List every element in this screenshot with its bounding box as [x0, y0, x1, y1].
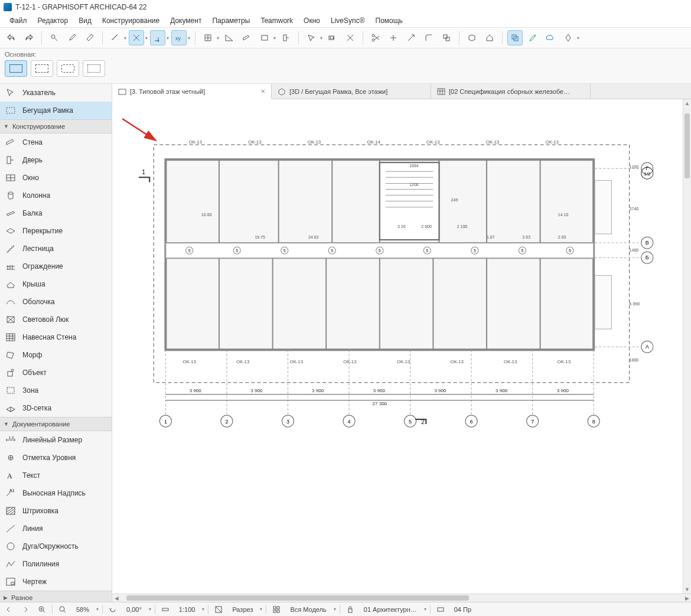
- eyedropper-button[interactable]: [64, 30, 80, 45]
- tool-стена[interactable]: Стена: [0, 133, 112, 151]
- tool-текст[interactable]: AТекст: [0, 467, 112, 484]
- marquee-mode-poly[interactable]: [57, 60, 79, 77]
- brush-button[interactable]: [525, 30, 540, 45]
- scroll-track[interactable]: [683, 107, 691, 585]
- tool-полилиния[interactable]: Полилиния: [0, 555, 112, 573]
- dropdown-icon[interactable]: ▾: [96, 607, 99, 612]
- menu-options[interactable]: Параметры: [207, 15, 255, 26]
- dropdown-icon[interactable]: ▾: [334, 607, 336, 612]
- syringe-button[interactable]: [82, 30, 97, 45]
- marquee-mode-solid[interactable]: [5, 60, 27, 77]
- snap-xy-button[interactable]: xy: [171, 30, 187, 45]
- tool-дверь[interactable]: Дверь: [0, 151, 112, 169]
- zoom-value[interactable]: 58%: [73, 606, 93, 613]
- rotate-button[interactable]: [106, 604, 119, 615]
- tool-перекрытие[interactable]: Перекрытие: [0, 222, 112, 240]
- tool-оболочка[interactable]: Оболочка: [0, 293, 112, 311]
- tool-световой-люк[interactable]: Световой Люк: [0, 311, 112, 328]
- tool-3d-сетка[interactable]: 3D-сетка: [0, 399, 112, 417]
- arrow-tool[interactable]: Указатель: [0, 84, 112, 102]
- pick-button[interactable]: [47, 30, 62, 45]
- sheet-value[interactable]: 04 Пр: [451, 606, 475, 613]
- layer-value[interactable]: 01 Архитектурн…: [360, 606, 421, 613]
- dropdown-icon[interactable]: ▾: [320, 35, 322, 41]
- resize-button[interactable]: [439, 30, 454, 45]
- home-button[interactable]: [482, 30, 497, 45]
- box-button[interactable]: [257, 30, 272, 45]
- select-mod-button[interactable]: [304, 30, 319, 45]
- marquee-tool[interactable]: Бегущая Рамка: [0, 102, 112, 119]
- fillet-button[interactable]: [421, 30, 436, 45]
- section-value[interactable]: Разрез: [229, 606, 256, 613]
- tab-3d[interactable]: [3D / Бегущая Рамка, Все этажи]: [272, 84, 431, 99]
- menu-design[interactable]: Конструирование: [97, 15, 164, 26]
- dropdown-icon[interactable]: ▾: [202, 607, 204, 612]
- extend-button[interactable]: [403, 30, 419, 45]
- tool-отметка-уровня[interactable]: Отметка Уровня: [0, 449, 112, 467]
- tool-линейный-размер[interactable]: 1.2Линейный Размер: [0, 431, 112, 449]
- dropdown-icon[interactable]: ▾: [217, 35, 219, 41]
- cloud-button[interactable]: [543, 30, 558, 45]
- dropdown-icon[interactable]: ▾: [273, 35, 276, 41]
- model-value[interactable]: Вся Модель: [286, 606, 330, 613]
- split-button[interactable]: [386, 30, 401, 45]
- wall-button[interactable]: [239, 30, 255, 45]
- fit-button[interactable]: [56, 604, 69, 615]
- scale-value[interactable]: 1:100: [175, 606, 199, 613]
- tool-зона[interactable]: Зона: [0, 382, 112, 399]
- menu-window[interactable]: Окно: [299, 15, 325, 26]
- grid-button[interactable]: [200, 30, 216, 45]
- menu-file[interactable]: Файл: [5, 15, 32, 26]
- menu-help[interactable]: Помощь: [371, 15, 408, 26]
- dropdown-icon[interactable]: ▾: [149, 607, 151, 612]
- trace-button[interactable]: [507, 30, 523, 45]
- angle-value[interactable]: 0,00°: [123, 606, 145, 613]
- tag-button[interactable]: 1.2: [325, 30, 340, 45]
- menu-livesync[interactable]: LiveSync®: [326, 15, 370, 26]
- undo-button[interactable]: [4, 30, 19, 45]
- scroll-thumb[interactable]: [126, 595, 469, 601]
- tab-floor-plan[interactable]: [3. Типовой этаж четный] ×: [112, 84, 272, 99]
- ruler-button[interactable]: [107, 30, 123, 45]
- scroll-thumb[interactable]: [685, 113, 690, 178]
- tool-объект[interactable]: Объект: [0, 364, 112, 382]
- component-button[interactable]: [464, 30, 480, 45]
- tool-линия[interactable]: Линия: [0, 520, 112, 537]
- zoom-in-button[interactable]: [35, 604, 48, 615]
- menu-view[interactable]: Вид: [74, 15, 96, 26]
- dropdown-icon[interactable]: ▾: [167, 35, 169, 41]
- dropdown-icon[interactable]: ▾: [188, 35, 190, 41]
- vertical-scrollbar[interactable]: ▲ ▼: [683, 99, 691, 594]
- drawing-canvas[interactable]: 12345678 ГВБА ОК-13ОК-13ОК-13ОК-14ОК-13О…: [112, 99, 683, 594]
- scroll-down-button[interactable]: ▼: [683, 585, 691, 594]
- zoom-prev-button[interactable]: [2, 604, 15, 615]
- tab-close-button[interactable]: ×: [255, 87, 265, 96]
- group-documentation[interactable]: ▼ Документирование: [0, 417, 112, 431]
- tool-балка[interactable]: Балка: [0, 204, 112, 222]
- marquee-mode-rotated[interactable]: [83, 60, 105, 77]
- dropdown-icon[interactable]: ▾: [577, 35, 579, 41]
- tag-x-button[interactable]: [343, 30, 358, 45]
- tool-морф[interactable]: Морф: [0, 346, 112, 364]
- tool-окно[interactable]: Окно: [0, 169, 112, 187]
- marquee-mode-dashed[interactable]: [31, 60, 53, 77]
- scroll-track[interactable]: [120, 594, 683, 602]
- dropdown-icon[interactable]: ▾: [424, 607, 426, 612]
- group-design[interactable]: ▼ Конструирование: [0, 119, 112, 133]
- scroll-up-button[interactable]: ▲: [683, 99, 691, 107]
- dropdown-icon[interactable]: ▾: [145, 35, 148, 41]
- dropdown-icon[interactable]: ▾: [124, 35, 126, 41]
- group-misc[interactable]: ▶ Разное: [0, 591, 112, 602]
- tool-лестница[interactable]: Лестница: [0, 240, 112, 258]
- scroll-left-button[interactable]: ◀: [112, 594, 120, 602]
- tool-крыша[interactable]: Крыша: [0, 275, 112, 293]
- snap-corner-button[interactable]: [150, 30, 165, 45]
- door-tb-button[interactable]: [278, 30, 294, 45]
- zoom-next-button[interactable]: [19, 604, 32, 615]
- tool-ограждение[interactable]: Ограждение: [0, 258, 112, 275]
- menu-document[interactable]: Документ: [165, 15, 206, 26]
- dropdown-icon[interactable]: ▾: [260, 607, 262, 612]
- shape-button[interactable]: [560, 30, 576, 45]
- tab-schedule[interactable]: [02 Спецификация сборных железобе…: [431, 84, 591, 99]
- tool-штриховка[interactable]: Штриховка: [0, 502, 112, 520]
